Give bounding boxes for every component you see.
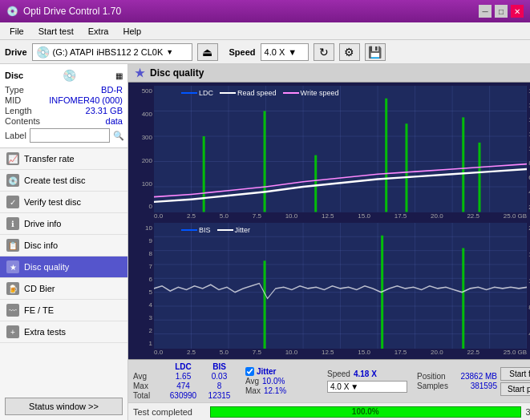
ldc-legend-label: LDC [199, 89, 213, 97]
bis-header: BIS [201, 362, 237, 371]
position-section: Position 23862 MB Samples 381595 [417, 372, 497, 390]
svg-rect-17 [385, 99, 387, 212]
title-bar-controls: ─ □ ✕ [479, 5, 524, 18]
sidebar-item-transfer-rate[interactable]: 📈 Transfer rate [0, 148, 127, 170]
disc-type-row: Type BD-R [5, 85, 123, 95]
samples-value: 381595 [471, 382, 497, 390]
disc-contents-row: Contents data [5, 116, 123, 126]
app-title: Opti Drive Control 1.70 [23, 6, 121, 17]
drive-info-icon: ℹ [6, 217, 19, 230]
sidebar-item-verify-test[interactable]: ✓ Verify test disc [0, 192, 127, 213]
chart1-legend: LDC Read speed Write speed [178, 87, 342, 99]
transfer-rate-label: Transfer rate [24, 154, 75, 164]
disc-contents-label: Contents [5, 116, 40, 126]
speed-arrow: ▼ [288, 47, 297, 57]
menu-bar: File Start test Extra Help [0, 22, 530, 40]
speed-label: Speed [229, 47, 256, 57]
start-full-button[interactable]: Start full [500, 367, 530, 381]
chart1-svg [154, 86, 527, 212]
write-speed-legend: Write speed [283, 89, 339, 97]
jitter-avg-row: Avg 10.0% [245, 377, 318, 386]
ldc-header: LDC [165, 362, 201, 371]
fe-te-icon: 〰 [6, 304, 19, 317]
total-label: Total [133, 391, 165, 400]
progress-bar-row: Test completed 100.0% 33:13 [128, 402, 530, 420]
minimize-button[interactable]: ─ [479, 5, 492, 18]
sidebar: Disc 💿 ▦ Type BD-R MID INFOMER40 (000) L… [0, 64, 128, 420]
sidebar-item-fe-te[interactable]: 〰 FE / TE [0, 300, 127, 321]
progress-time: 33:13 [526, 407, 530, 417]
refresh-button[interactable]: ↻ [314, 43, 334, 61]
samples-row: Samples 381595 [417, 382, 497, 390]
total-bis: 12315 [201, 391, 237, 400]
menu-extra[interactable]: Extra [82, 25, 115, 38]
svg-rect-16 [314, 155, 317, 212]
menu-start-test[interactable]: Start test [32, 25, 80, 38]
chart2-y-axis-right: 20% 16% 12% 8% 4% [527, 223, 530, 349]
disc-quality-label: Disc quality [24, 262, 69, 272]
disc-label-input[interactable] [30, 128, 110, 143]
read-speed-legend-color [220, 92, 236, 94]
sidebar-item-disc-quality[interactable]: ★ Disc quality [0, 256, 127, 278]
speed-dropdown-arrow: ▼ [350, 382, 358, 391]
drive-value: (G:) ATAPI iHBS112 2 CL0K [53, 47, 164, 57]
speed-dropdown-value: 4.0 X [330, 382, 349, 391]
stats-total-row: Total 630990 12315 [133, 391, 237, 400]
disc-length-label: Length [5, 106, 32, 115]
sidebar-item-disc-info[interactable]: 📋 Disc info [0, 235, 127, 256]
jitter-checkbox[interactable] [245, 367, 254, 376]
maximize-button[interactable]: □ [495, 5, 508, 18]
drive-select[interactable]: 💿 (G:) ATAPI iHBS112 2 CL0K ▼ [32, 43, 192, 61]
jitter-legend: Jitter [217, 226, 251, 234]
sidebar-item-extra-tests[interactable]: + Extra tests [0, 321, 127, 343]
verify-test-icon: ✓ [6, 196, 19, 208]
ldc-legend-color [181, 92, 197, 94]
bis-legend-label: BIS [199, 226, 211, 234]
samples-label: Samples [417, 382, 448, 390]
start-part-button[interactable]: Start part [500, 382, 530, 396]
position-row: Position 23862 MB [417, 372, 497, 381]
status-window-button[interactable]: Status window >> [5, 398, 123, 415]
content-title: Disc quality [150, 67, 204, 79]
eject-button[interactable]: ⏏ [197, 43, 218, 61]
disc-info-icon: 📋 [6, 239, 19, 252]
menu-file[interactable]: File [3, 25, 30, 38]
menu-help[interactable]: Help [116, 25, 148, 38]
content-area: ★ Disc quality 500 400 300 200 100 0 [128, 64, 530, 420]
position-label: Position [417, 372, 446, 381]
chart2-y-axis-left: 10 9 8 7 6 5 4 3 2 1 [131, 223, 154, 349]
transfer-rate-icon: 📈 [6, 152, 19, 165]
create-test-label: Create test disc [24, 176, 85, 185]
svg-rect-20 [478, 143, 480, 212]
disc-contents-value: data [106, 116, 123, 126]
sidebar-item-cd-bier[interactable]: 🍺 CD Bier [0, 278, 127, 300]
disc-length-row: Length 23.31 GB [5, 106, 123, 115]
settings-button[interactable]: ⚙ [339, 43, 360, 61]
chart2-svg [154, 223, 527, 349]
title-bar-left: 💿 Opti Drive Control 1.70 [6, 6, 121, 17]
save-button[interactable]: 💾 [365, 43, 386, 61]
extra-tests-icon: + [6, 325, 19, 338]
svg-rect-39 [264, 260, 266, 349]
progress-status: Test completed [133, 407, 205, 417]
create-test-icon: 💿 [6, 174, 19, 187]
sidebar-item-drive-info[interactable]: ℹ Drive info [0, 213, 127, 235]
close-button[interactable]: ✕ [511, 5, 524, 18]
sidebar-item-create-test[interactable]: 💿 Create test disc [0, 170, 127, 192]
disc-info-label: Disc info [24, 240, 58, 250]
ldc-legend: LDC [181, 89, 213, 97]
disc-options-icon[interactable]: ▦ [115, 71, 123, 80]
avg-label: Avg [133, 372, 165, 381]
speed-dropdown[interactable]: 4.0 X ▼ [327, 381, 407, 393]
disc-label-row: Label 🔍 [5, 128, 123, 143]
stats-max-row: Max 474 8 [133, 382, 237, 390]
nav-items: 📈 Transfer rate 💿 Create test disc ✓ Ver… [0, 148, 127, 393]
disc-label-icon[interactable]: 🔍 [113, 131, 124, 141]
charts-container: 500 400 300 200 100 0 LDC [128, 83, 530, 359]
progress-bar-background: 100.0% [210, 406, 521, 418]
chart2-container: 10 9 8 7 6 5 4 3 2 1 [131, 223, 530, 357]
speed-select[interactable]: 4.0 X ▼ [261, 43, 309, 61]
cd-bier-label: CD Bier [24, 284, 55, 293]
drive-bar: Drive 💿 (G:) ATAPI iHBS112 2 CL0K ▼ ⏏ Sp… [0, 40, 530, 64]
disc-quality-icon: ★ [6, 260, 19, 273]
